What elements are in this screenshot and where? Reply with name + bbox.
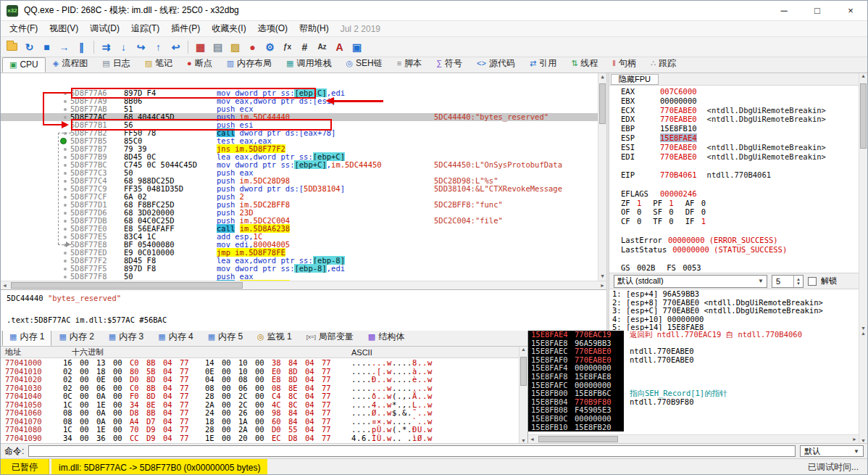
stack-row[interactable]: 15E8FAE4770EAC19返回到 ntdll.770EAC19 自 ntd…: [528, 331, 859, 339]
dump-row[interactable]: 7704106008000A00D88B04772400260098840477…: [1, 409, 527, 418]
tab-memmap[interactable]: ▥内存布局: [220, 55, 279, 73]
scroll-up-arrow-icon[interactable]: ▲: [521, 347, 526, 352]
register-row[interactable]: ESP15E8FAE4: [621, 133, 859, 143]
register-row[interactable]: EAX007C6000: [621, 87, 859, 96]
argument-row[interactable]: 3: [esp+C] 770EABE0 <ntdll.DbgUiRemoteBr…: [612, 307, 859, 315]
register-row[interactable]: LastError00000000 (ERROR_SUCCESS): [621, 236, 859, 245]
stack-row[interactable]: 15E8FB0C00000000: [528, 415, 859, 424]
register-row[interactable]: EBP15E8FB10: [621, 124, 859, 133]
patch-count-icon[interactable]: #: [296, 39, 313, 55]
register-row[interactable]: LastStatus00000000 (STATUS_SUCCESS): [621, 245, 859, 255]
pause-icon[interactable]: ∥: [73, 39, 90, 55]
settings-gear-icon[interactable]: ⚙: [262, 39, 278, 55]
notes-icon[interactable]: ▨: [227, 39, 243, 55]
scroll-down-arrow-icon[interactable]: ▼: [601, 273, 604, 281]
menu-item[interactable]: 文件(F): [4, 22, 43, 35]
highlight-icon[interactable]: A: [331, 39, 348, 55]
open-file-icon[interactable]: [4, 39, 20, 55]
tab-locals[interactable]: [x=]局部变量: [299, 329, 361, 346]
dump-vscrollbar[interactable]: ▲ ▼: [519, 347, 527, 443]
dump-row[interactable]: 770410400C000A00F08D047728002C00C48C0477…: [1, 392, 527, 401]
tab-script[interactable]: ≡脚本: [390, 55, 429, 73]
flags-row[interactable]: GS002BFS0053: [621, 263, 859, 273]
calling-convention-select[interactable]: 默认 (stdcall) ▼: [614, 275, 767, 288]
restart-icon[interactable]: ↻: [21, 39, 38, 55]
cpu-chip-icon[interactable]: ▣: [349, 39, 365, 55]
stepper-arrows-icon[interactable]: ▲▼: [793, 276, 803, 287]
scroll-right-arrow-icon[interactable]: ►: [852, 437, 857, 442]
run-icon[interactable]: →: [56, 39, 72, 55]
register-row[interactable]: EDI770EABE0<ntdll.DbgUiRemoteBreakin>: [621, 152, 859, 162]
tab-seh[interactable]: ◎SEH链: [339, 55, 390, 73]
step-out-icon[interactable]: ↑: [150, 39, 167, 55]
register-row[interactable]: EDX770EABE0<ntdll.DbgUiRemoteBreakin>: [621, 115, 859, 124]
menu-item[interactable]: 选项(O): [252, 22, 293, 35]
menu-item[interactable]: 追踪(T): [125, 22, 165, 35]
tab-dump3[interactable]: ▦内存 3: [101, 329, 151, 346]
maximize-button[interactable]: □: [801, 1, 834, 20]
registers-vscrollbar[interactable]: ▲ ▼: [859, 73, 867, 331]
patches-icon[interactable]: ▦: [192, 39, 209, 55]
tab-graph[interactable]: ◈流程图: [46, 55, 95, 73]
tab-dump5[interactable]: ▦内存 5: [201, 329, 250, 346]
tab-struct[interactable]: ▩结构体: [361, 329, 412, 346]
breakpoints-icon[interactable]: ●: [244, 39, 261, 55]
tab-notes[interactable]: ▨笔记: [138, 55, 180, 73]
step-into-icon[interactable]: ↓: [115, 39, 132, 55]
flags-row[interactable]: ZF1PF1AF0: [621, 199, 859, 208]
scroll-left-arrow-icon[interactable]: ◄: [2, 283, 7, 288]
scroll-right-arrow-icon[interactable]: ►: [600, 283, 605, 288]
flags-row[interactable]: OF0SF0DF0: [621, 207, 859, 217]
tab-dump2[interactable]: ▦内存 2: [51, 329, 101, 346]
command-profile-select[interactable]: 默认 ▼: [800, 445, 864, 457]
disasm-vscrollbar[interactable]: ▲ ▼: [598, 73, 606, 281]
unlock-checkbox[interactable]: [808, 277, 817, 286]
flags-row[interactable]: CF0TF0IF1: [621, 217, 859, 226]
scroll-up-arrow-icon[interactable]: ▲: [601, 73, 604, 81]
tab-callstack[interactable]: ▦调用堆栈: [279, 55, 338, 73]
argument-count-stepper[interactable]: 5 ▲▼: [772, 275, 804, 288]
dump-row[interactable]: 7704109034003600CCD904771E002000ECD80477…: [1, 434, 527, 443]
minimize-button[interactable]: ─: [767, 1, 801, 20]
register-row[interactable]: ESI770EABE0<ntdll.DbgUiRemoteBreakin>: [621, 143, 859, 152]
scroll-thumb[interactable]: [599, 83, 606, 124]
argument-row[interactable]: 1: [esp+4] 96A59BB3: [612, 290, 859, 299]
dump-row[interactable]: 7704102002000E00D08D047704000800E88D0477…: [1, 376, 527, 384]
tab-cpu[interactable]: ▣CPU: [2, 57, 46, 73]
stack-row[interactable]: 15E8FAF815E8FAE8: [528, 373, 859, 381]
scroll-up-arrow-icon[interactable]: ▲: [861, 331, 866, 336]
register-row[interactable]: EBX00000000: [621, 96, 859, 106]
hide-fpu-button[interactable]: 隐藏FPU: [611, 74, 659, 85]
disasm-hscrollbar[interactable]: ◄ ►: [1, 281, 606, 289]
scroll-thumb[interactable]: [520, 357, 527, 386]
stop-icon[interactable]: ■: [38, 39, 55, 55]
menu-item[interactable]: 插件(P): [165, 22, 206, 35]
register-row[interactable]: EFLAGS00000246: [621, 189, 859, 199]
scroll-up-arrow-icon[interactable]: ▲: [861, 73, 866, 78]
scroll-down-arrow-icon[interactable]: ▼: [521, 438, 526, 443]
register-row[interactable]: EIP770B4061ntdll.770B4061: [621, 170, 859, 180]
tab-dump1[interactable]: ▦内存 1: [2, 329, 51, 346]
tab-references[interactable]: ⇄引用: [522, 55, 564, 73]
assembler-fx-icon[interactable]: ƒx: [279, 39, 296, 55]
strings-icon[interactable]: Az: [314, 39, 330, 55]
menu-item[interactable]: 收藏夹(I): [206, 22, 251, 35]
close-button[interactable]: ×: [834, 1, 867, 20]
tab-source[interactable]: <>源代码: [470, 55, 522, 73]
run-trace-icon[interactable]: ⇉: [98, 39, 114, 55]
tab-trace[interactable]: ∴跟踪: [643, 55, 683, 73]
stack-hscrollbar[interactable]: ◄ ►: [528, 434, 859, 443]
dump-row[interactable]: 7704100016001300C08B04771400100038840477…: [1, 359, 527, 368]
scroll-left-arrow-icon[interactable]: ◄: [530, 437, 535, 442]
command-input[interactable]: [28, 445, 796, 457]
tab-threads[interactable]: ⇅线程: [564, 55, 605, 73]
menu-item[interactable]: 调试(D): [84, 22, 125, 35]
run-to-return-icon[interactable]: ↩: [167, 39, 184, 55]
tab-handles[interactable]: ‖句柄: [605, 55, 643, 73]
scroll-thumb[interactable]: [11, 282, 243, 289]
menu-item[interactable]: 视图(V): [43, 22, 84, 35]
menu-item[interactable]: 帮助(H): [293, 22, 335, 35]
argument-row[interactable]: 5: [esp+14] 15E8FAE8: [612, 323, 859, 331]
step-over-icon[interactable]: ↪: [133, 39, 149, 55]
tab-breakpoints[interactable]: ●断点: [180, 55, 220, 73]
